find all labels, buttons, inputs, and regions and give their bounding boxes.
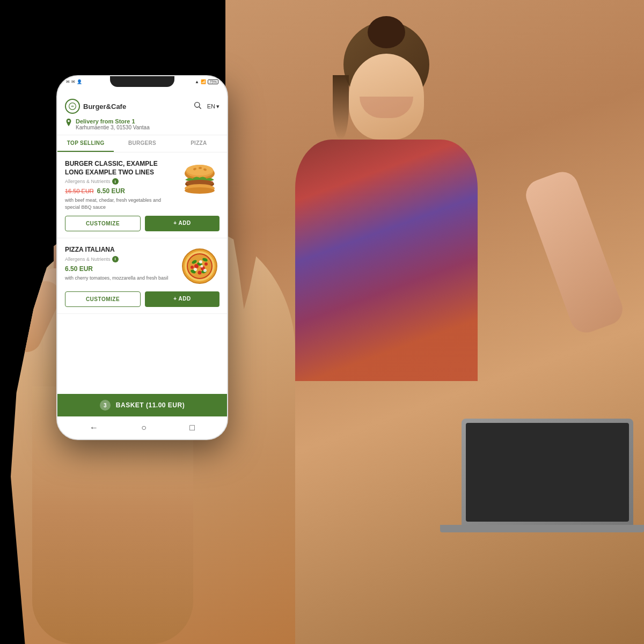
svg-point-28 bbox=[194, 268, 197, 271]
price-new-burger: 6.50 EUR bbox=[97, 187, 125, 195]
product-item-burger: BURGER CLASSIC, EXAMPLE LONG EXAMPLE TWO… bbox=[57, 152, 227, 238]
action-buttons-pizza: CUSTOMIZE + ADD bbox=[65, 291, 219, 307]
price-row-pizza: 6.50 EUR bbox=[65, 265, 174, 273]
price-row-burger: 16.50 EUR 6.50 EUR bbox=[65, 187, 174, 195]
language-selector[interactable]: EN ▾ bbox=[207, 103, 219, 110]
product-image-pizza bbox=[179, 246, 219, 286]
svg-point-12 bbox=[185, 187, 215, 194]
allergens-pizza: Allergens & Nutrients i bbox=[65, 256, 174, 262]
nav-tabs: TOP SELLING BURGERS PIZZA bbox=[57, 135, 227, 152]
allergens-burger: Allergens & Nutrients i bbox=[65, 178, 174, 185]
svg-point-1 bbox=[194, 103, 199, 107]
tab-top-selling[interactable]: TOP SELLING bbox=[57, 135, 114, 152]
app-content: Burger&Cafe EN ▾ bbox=[57, 93, 227, 439]
svg-point-29 bbox=[203, 269, 207, 272]
product-desc-pizza: with cherry tomatoes, mozzarella and fre… bbox=[65, 275, 174, 282]
home-button[interactable]: ○ bbox=[141, 423, 147, 433]
status-bar: ✉ ✉ 👤 ▲ 📶 75% bbox=[66, 79, 218, 84]
info-icon-burger[interactable]: i bbox=[112, 178, 119, 185]
svg-point-24 bbox=[197, 270, 201, 274]
svg-line-2 bbox=[199, 107, 201, 109]
logo-area: Burger&Cafe bbox=[65, 99, 126, 114]
product-info-burger: BURGER CLASSIC, EXAMPLE LONG EXAMPLE TWO… bbox=[65, 160, 174, 210]
recents-button[interactable]: □ bbox=[189, 423, 195, 433]
basket-label: BASKET (11.00 EUR) bbox=[116, 401, 185, 409]
tab-pizza[interactable]: PIZZA bbox=[171, 135, 227, 152]
product-main-burger: BURGER CLASSIC, EXAMPLE LONG EXAMPLE TWO… bbox=[65, 160, 219, 210]
info-icon-pizza[interactable]: i bbox=[112, 256, 119, 262]
price-old-burger: 16.50 EUR bbox=[65, 188, 94, 194]
product-name-pizza: PIZZA ITALIANA bbox=[65, 246, 174, 254]
svg-point-26 bbox=[204, 262, 208, 266]
basket-count: 3 bbox=[100, 400, 111, 411]
status-left: ✉ ✉ 👤 bbox=[66, 79, 82, 84]
basket-bar[interactable]: 3 BASKET (11.00 EUR) bbox=[57, 394, 227, 416]
product-image-burger bbox=[179, 160, 219, 200]
price-new-pizza: 6.50 EUR bbox=[65, 265, 93, 273]
product-desc-burger: with beef meat, chedar, fresh vegetables… bbox=[65, 197, 174, 210]
phone-frame: ✉ ✉ 👤 ▲ 📶 75% bbox=[56, 75, 228, 440]
header-top: Burger&Cafe EN ▾ bbox=[65, 99, 219, 114]
notch-bar: ✉ ✉ 👤 ▲ 📶 75% bbox=[57, 76, 227, 93]
tab-burgers[interactable]: BURGERS bbox=[114, 135, 170, 152]
customize-button-burger[interactable]: CUSTOMIZE bbox=[65, 216, 141, 231]
product-item-pizza: PIZZA ITALIANA Allergens & Nutrients i 6… bbox=[57, 238, 227, 314]
delivery-info: Delivery from Store 1 Karhumäentie 3, 01… bbox=[65, 118, 219, 130]
product-name-burger: BURGER CLASSIC, EXAMPLE LONG EXAMPLE TWO… bbox=[65, 160, 174, 177]
svg-point-22 bbox=[194, 264, 199, 268]
app-name: Burger&Cafe bbox=[83, 103, 126, 111]
delivery-address: Karhumäentie 3, 01530 Vantaa bbox=[76, 125, 219, 130]
back-button[interactable]: ← bbox=[90, 423, 98, 433]
status-right: ▲ 📶 75% bbox=[195, 79, 218, 84]
svg-point-25 bbox=[191, 266, 194, 269]
android-navbar: ← ○ □ bbox=[57, 416, 227, 439]
product-info-pizza: PIZZA ITALIANA Allergens & Nutrients i 6… bbox=[65, 246, 174, 286]
customize-button-pizza[interactable]: CUSTOMIZE bbox=[65, 291, 141, 307]
delivery-text: Delivery from Store 1 Karhumäentie 3, 01… bbox=[76, 118, 219, 130]
add-button-pizza[interactable]: + ADD bbox=[145, 291, 219, 307]
svg-point-27 bbox=[199, 260, 202, 264]
app-header: Burger&Cafe EN ▾ bbox=[57, 93, 227, 135]
delivery-store: Delivery from Store 1 bbox=[76, 118, 219, 125]
search-button[interactable] bbox=[193, 101, 202, 112]
svg-point-7 bbox=[199, 167, 202, 169]
action-buttons-burger: CUSTOMIZE + ADD bbox=[65, 216, 219, 231]
hand-container: ✉ ✉ 👤 ▲ 📶 75% bbox=[11, 54, 295, 644]
logo-icon bbox=[65, 99, 80, 114]
svg-point-30 bbox=[200, 265, 203, 267]
location-icon bbox=[65, 119, 72, 129]
add-button-burger[interactable]: + ADD bbox=[145, 216, 219, 231]
svg-point-5 bbox=[186, 165, 213, 175]
header-actions: EN ▾ bbox=[193, 101, 219, 112]
product-main-pizza: PIZZA ITALIANA Allergens & Nutrients i 6… bbox=[65, 246, 219, 286]
